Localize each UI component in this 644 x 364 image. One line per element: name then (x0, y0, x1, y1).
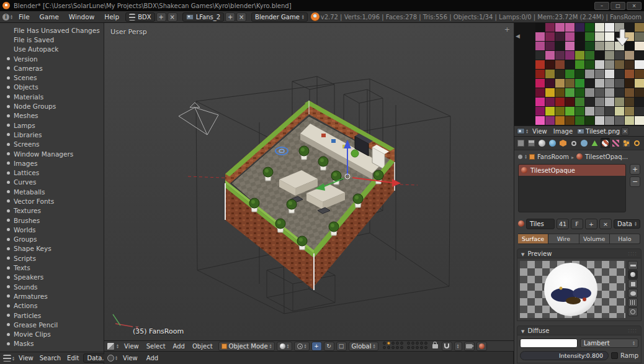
outliner-item[interactable]: Cameras (0, 63, 104, 73)
material-slot-row[interactable]: TilesetOpaque (519, 165, 625, 176)
image-browse-icon[interactable] (577, 129, 584, 134)
region-corner-widget[interactable]: + (504, 25, 510, 34)
minimize-button[interactable]: – (594, 2, 609, 10)
outliner-item[interactable]: Worlds (0, 225, 104, 234)
tab-material[interactable] (601, 138, 610, 148)
material-type-button[interactable]: Surface (518, 234, 548, 244)
preview-monkey-button[interactable] (628, 289, 638, 298)
outliner-item[interactable]: Screens (0, 140, 104, 149)
material-browse-icon[interactable] (518, 221, 524, 227)
outliner-item[interactable]: Libraries (0, 130, 104, 139)
menu-item[interactable]: Select (143, 343, 169, 350)
preview-hair-button[interactable] (628, 298, 638, 307)
preview-flat-button[interactable] (628, 261, 638, 270)
uv-image-editor[interactable]: ◀ (514, 23, 644, 125)
menu-item[interactable]: View (529, 128, 550, 135)
menu-item[interactable]: View (16, 355, 37, 362)
tab-texture[interactable] (611, 138, 620, 148)
menu-item[interactable]: Image (550, 128, 576, 135)
outliner-item[interactable]: File is Saved (0, 35, 104, 44)
tab-scene[interactable] (537, 138, 547, 148)
outliner-item[interactable]: Textures (0, 206, 104, 216)
manipulator-scale-icon[interactable]: □ (336, 342, 347, 351)
unlink-material-button[interactable]: × (599, 219, 612, 229)
menu-item[interactable]: View (119, 355, 142, 362)
tab-render[interactable] (516, 138, 525, 148)
diffuse-shader-selector[interactable]: Lambert (580, 339, 638, 348)
scene-selector[interactable]: LFans_2 (182, 12, 224, 22)
preview-world-button[interactable] (628, 307, 638, 316)
remove-slot-button[interactable]: − (630, 176, 640, 187)
menu-item[interactable]: Game (35, 13, 64, 20)
3d-scene-canvas[interactable]: x (104, 23, 514, 340)
image-editor-icon[interactable] (517, 128, 525, 134)
breadcrumb-material[interactable]: TilesetOpaq... (585, 153, 628, 160)
outliner-item[interactable]: Scripts (0, 253, 104, 263)
outliner-item[interactable]: Speakers (0, 273, 104, 282)
3d-viewport[interactable]: x User Persp (35) FansRoom + (104, 23, 514, 340)
link-data-selector[interactable]: Data (614, 219, 640, 229)
outliner-item[interactable]: Shape Keys (0, 244, 104, 253)
breadcrumb-object[interactable]: FansRoom (537, 153, 569, 160)
region-collapse-arrow-icon[interactable]: ◀ (516, 33, 520, 39)
close-button[interactable]: × (627, 2, 642, 10)
add-slot-button[interactable]: + (630, 164, 640, 175)
fake-user-button[interactable]: F (571, 219, 583, 229)
outliner-item[interactable]: Vector Fonts (0, 196, 104, 206)
preview-sphere-button[interactable] (628, 270, 638, 279)
diffuse-color-swatch[interactable] (520, 339, 578, 348)
pivot-center-selector[interactable] (294, 342, 310, 351)
outliner-item[interactable]: Masks (0, 339, 104, 348)
mode-selector[interactable]: Object Mode (218, 342, 275, 351)
viewport-editor-icon[interactable] (107, 342, 115, 350)
intensity-slider[interactable]: Intensity: 0.800 (520, 351, 609, 360)
render-opengl-anim-button[interactable] (476, 342, 487, 351)
outliner-item[interactable]: Objects (0, 83, 104, 92)
outliner-item[interactable]: Sounds (0, 282, 104, 291)
info-editor-icon[interactable] (2, 14, 9, 20)
maximize-button[interactable]: □ (610, 2, 625, 10)
menu-item[interactable]: Add (169, 343, 189, 350)
tab-constraints[interactable] (569, 138, 578, 148)
new-material-button[interactable]: + (585, 219, 597, 229)
outliner-item[interactable]: Lattices (0, 168, 104, 177)
screen-selector[interactable]: BDX (125, 12, 154, 22)
panel-grip-icon[interactable] (628, 251, 637, 257)
delete-scene-button[interactable]: × (236, 12, 246, 22)
material-type-button[interactable]: Volume (579, 234, 610, 244)
users-count-button[interactable]: 41 (557, 219, 569, 229)
outliner-item[interactable]: Movie Clips (0, 330, 104, 339)
image-name[interactable]: Tileset.png (586, 128, 620, 135)
tab-modifiers[interactable] (579, 138, 589, 148)
layer-grid-left[interactable] (383, 342, 405, 350)
material-type-button[interactable]: Halo (610, 234, 640, 244)
outliner-item[interactable]: Armatures (0, 291, 104, 301)
outliner-item[interactable]: Metaballs (0, 187, 104, 196)
manipulator-rotate-icon[interactable]: ↻ (324, 342, 334, 351)
menu-item[interactable]: Object (189, 343, 217, 350)
outliner-item[interactable]: Grease Pencil (0, 320, 104, 329)
diffuse-panel-header[interactable]: Diffuse (517, 325, 642, 335)
tab-physics[interactable] (632, 138, 642, 148)
menu-item[interactable]: Help (99, 13, 124, 20)
render-opengl-button[interactable] (464, 342, 475, 351)
menu-item[interactable]: Search (37, 355, 64, 362)
engine-selector[interactable]: Blender Game (251, 12, 308, 22)
outliner-editor-icon[interactable] (3, 355, 11, 362)
add-screen-button[interactable]: + (156, 12, 166, 22)
outliner-item[interactable]: Groups (0, 235, 104, 244)
tab-particles[interactable] (622, 138, 631, 148)
snap-magnet-button[interactable] (442, 342, 452, 351)
menu-item[interactable]: Add (142, 355, 163, 362)
delete-screen-button[interactable]: × (168, 12, 177, 22)
outliner-item[interactable]: Actions (0, 301, 104, 311)
outliner-item[interactable]: Materials (0, 92, 104, 101)
snap-element-selector[interactable] (454, 342, 462, 351)
tab-object[interactable] (558, 138, 568, 148)
unlink-image-button[interactable]: × (621, 127, 629, 135)
outliner-item[interactable]: Meshes (0, 111, 104, 121)
outliner-item[interactable]: Window Managers (0, 149, 104, 158)
outliner-item[interactable]: Texts (0, 263, 104, 272)
layers-widget[interactable] (383, 342, 429, 350)
manipulator-translate-icon[interactable]: + (311, 342, 322, 351)
